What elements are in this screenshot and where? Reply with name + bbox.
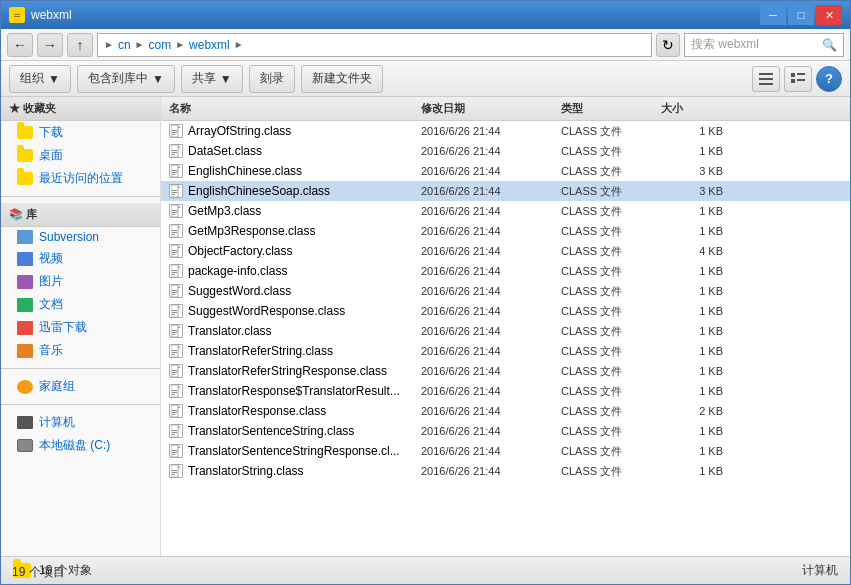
crumb-cn[interactable]: cn (118, 38, 131, 52)
burn-label: 刻录 (260, 70, 284, 87)
table-row[interactable]: TranslatorString.class 2016/6/26 21:44 C… (161, 461, 850, 481)
col-type-header[interactable]: 类型 (561, 101, 661, 116)
file-name-cell: ArrayOfString.class (161, 124, 421, 138)
file-date: 2016/6/26 21:44 (421, 285, 561, 297)
svg-rect-27 (172, 190, 177, 191)
table-row[interactable]: DataSet.class 2016/6/26 21:44 CLASS 文件 1… (161, 141, 850, 161)
sidebar-item-recent[interactable]: 最近访问的位置 (1, 167, 160, 190)
sidebar-divider-3 (1, 404, 160, 405)
file-list[interactable]: ArrayOfString.class 2016/6/26 21:44 CLAS… (161, 121, 850, 556)
sidebar-item-desktop[interactable]: 桌面 (1, 144, 160, 167)
file-name-cell: TranslatorResponse$TranslatorResult... (161, 384, 421, 398)
crumb-webxml[interactable]: webxml (189, 38, 230, 52)
help-button[interactable]: ? (816, 66, 842, 92)
class-file-icon (169, 184, 183, 198)
file-size: 4 KB (661, 245, 731, 257)
include-chevron: ▼ (152, 72, 164, 86)
explorer-window: webxml ─ □ ✕ ← → ↑ ► cn ► com ► webxml ►… (0, 0, 851, 585)
table-row[interactable]: TranslatorSentenceStringResponse.cl... 2… (161, 441, 850, 461)
include-button[interactable]: 包含到库中 ▼ (77, 65, 175, 93)
up-button[interactable]: ↑ (67, 33, 93, 57)
class-file-icon (169, 124, 183, 138)
svg-rect-73 (172, 372, 177, 373)
svg-rect-63 (172, 332, 177, 333)
svg-rect-72 (172, 370, 177, 371)
back-button[interactable]: ← (7, 33, 33, 57)
sidebar-item-video[interactable]: 视频 (1, 247, 160, 270)
svg-rect-68 (172, 352, 177, 353)
table-row[interactable]: Translator.class 2016/6/26 21:44 CLASS 文… (161, 321, 850, 341)
table-row[interactable]: GetMp3.class 2016/6/26 21:44 CLASS 文件 1 … (161, 201, 850, 221)
new-folder-button[interactable]: 新建文件夹 (301, 65, 383, 93)
window-controls: ─ □ ✕ (760, 5, 842, 25)
table-row[interactable]: GetMp3Response.class 2016/6/26 21:44 CLA… (161, 221, 850, 241)
svg-rect-22 (172, 170, 177, 171)
sidebar-item-music[interactable]: 音乐 (1, 339, 160, 362)
svg-marker-66 (178, 345, 181, 348)
share-button[interactable]: 共享 ▼ (181, 65, 243, 93)
sidebar-item-photo[interactable]: 图片 (1, 270, 160, 293)
table-row[interactable]: EnglishChinese.class 2016/6/26 21:44 CLA… (161, 161, 850, 181)
video-label: 视频 (39, 250, 63, 267)
crumb-com[interactable]: com (149, 38, 172, 52)
organize-label: 组织 (20, 70, 44, 87)
search-box[interactable]: 搜索 webxml 🔍 (684, 33, 844, 57)
table-row[interactable]: EnglishChineseSoap.class 2016/6/26 21:44… (161, 181, 850, 201)
maximize-button[interactable]: □ (788, 5, 814, 25)
breadcrumb: ► cn ► com ► webxml ► (104, 38, 244, 52)
refresh-button[interactable]: ↻ (656, 33, 680, 57)
view-detail-button[interactable] (784, 66, 812, 92)
sidebar-item-computer[interactable]: 计算机 (1, 411, 160, 434)
svg-rect-92 (172, 450, 177, 451)
file-type: CLASS 文件 (561, 344, 661, 359)
file-type: CLASS 文件 (561, 364, 661, 379)
col-name-header[interactable]: 名称 (161, 101, 421, 116)
svg-rect-24 (172, 174, 175, 175)
table-row[interactable]: TranslatorReferStringResponse.class 2016… (161, 361, 850, 381)
sidebar-item-subversion[interactable]: Subversion (1, 227, 160, 247)
music-label: 音乐 (39, 342, 63, 359)
svg-rect-1 (14, 14, 20, 15)
address-box[interactable]: ► cn ► com ► webxml ► (97, 33, 652, 57)
forward-button[interactable]: → (37, 33, 63, 57)
minimize-button[interactable]: ─ (760, 5, 786, 25)
organize-button[interactable]: 组织 ▼ (9, 65, 71, 93)
table-row[interactable]: SuggestWordResponse.class 2016/6/26 21:4… (161, 301, 850, 321)
table-row[interactable]: TranslatorResponse$TranslatorResult... 2… (161, 381, 850, 401)
close-button[interactable]: ✕ (816, 5, 842, 25)
svg-marker-86 (178, 425, 181, 428)
svg-rect-17 (172, 150, 177, 151)
table-row[interactable]: TranslatorReferString.class 2016/6/26 21… (161, 341, 850, 361)
col-date-header[interactable]: 修改日期 (421, 101, 561, 116)
thunder-icon (17, 321, 33, 335)
table-row[interactable]: ObjectFactory.class 2016/6/26 21:44 CLAS… (161, 241, 850, 261)
desktop-label: 桌面 (39, 147, 63, 164)
subversion-label: Subversion (39, 230, 99, 244)
svg-rect-48 (172, 272, 177, 273)
sidebar-item-local-disk[interactable]: 本地磁盘 (C:) (1, 434, 160, 457)
computer-label: 计算机 (39, 414, 75, 431)
sidebar-item-thunder[interactable]: 迅雷下载 (1, 316, 160, 339)
table-row[interactable]: SuggestWord.class 2016/6/26 21:44 CLASS … (161, 281, 850, 301)
table-row[interactable]: ArrayOfString.class 2016/6/26 21:44 CLAS… (161, 121, 850, 141)
svg-marker-46 (178, 265, 181, 268)
view-list-button[interactable] (752, 66, 780, 92)
col-size-header[interactable]: 大小 (661, 101, 731, 116)
toolbar: 组织 ▼ 包含到库中 ▼ 共享 ▼ 刻录 新建文件夹 (1, 61, 850, 97)
table-row[interactable]: TranslatorResponse.class 2016/6/26 21:44… (161, 401, 850, 421)
file-name: TranslatorResponse.class (188, 404, 326, 418)
table-row[interactable]: TranslatorSentenceString.class 2016/6/26… (161, 421, 850, 441)
svg-rect-2 (14, 16, 20, 17)
sidebar-item-doc[interactable]: 文档 (1, 293, 160, 316)
burn-button[interactable]: 刻录 (249, 65, 295, 93)
svg-rect-42 (172, 250, 177, 251)
sidebar-item-homegroup[interactable]: 家庭组 (1, 375, 160, 398)
window-title: webxml (31, 8, 72, 22)
svg-rect-14 (172, 134, 175, 135)
file-type: CLASS 文件 (561, 324, 661, 339)
table-row[interactable]: package-info.class 2016/6/26 21:44 CLASS… (161, 261, 850, 281)
sidebar-item-download[interactable]: 下载 (1, 121, 160, 144)
library-header: 📚 库 (1, 203, 160, 227)
file-size: 1 KB (661, 465, 731, 477)
file-name: Translator.class (188, 324, 272, 338)
